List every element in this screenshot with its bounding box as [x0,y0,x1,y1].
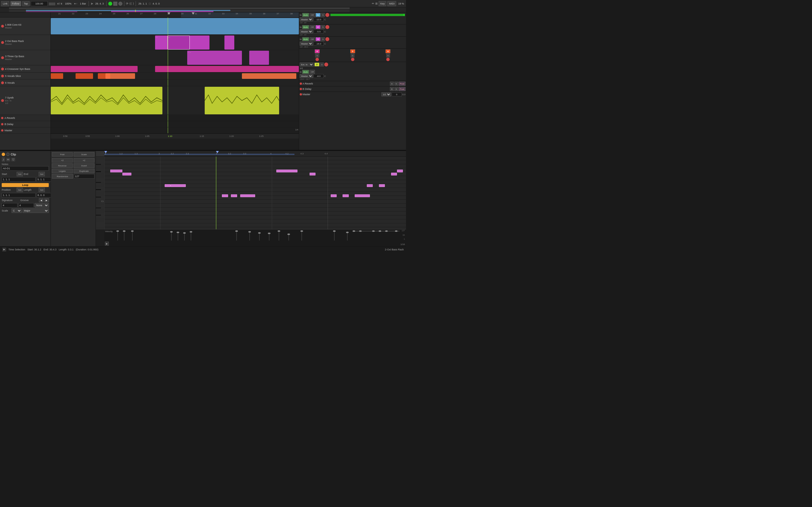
ruler[interactable]: 21 22 23 24 25 26 27 28 29 30 31 32 33 3… [51,12,299,17]
mixer-s-6[interactable]: S [386,54,390,57]
start-input[interactable] [2,177,36,182]
stop-button[interactable] [113,2,117,6]
groove-select[interactable]: None [35,203,49,208]
track-header-4[interactable]: 4 Crossover Syn Bass [0,65,50,73]
mixer-s-1[interactable]: S [321,13,325,17]
play-button[interactable] [108,2,112,6]
invert-button[interactable]: Invert [73,163,94,168]
randomize-button[interactable]: Randomize [52,174,73,179]
note-2[interactable] [110,170,122,172]
legato-button[interactable]: Legato [52,169,73,173]
clip-5-d[interactable] [105,73,135,79]
track-header-6[interactable]: 6 Vocals [0,79,50,86]
clip-5-b[interactable] [75,73,93,79]
note-4[interactable] [165,184,170,187]
mixer-auto-3[interactable]: Auto [302,37,309,41]
mixer-off-2[interactable]: Off [310,25,315,29]
mixer-mute-4[interactable] [315,58,319,61]
notes-range-input[interactable] [2,166,49,171]
pos-set-btn[interactable]: Set [17,187,23,192]
mixer-mute-6[interactable] [386,58,390,61]
clip-5-e[interactable] [242,73,297,79]
tap-button[interactable]: Tap [22,1,30,6]
mixer-fader-1[interactable] [313,17,324,21]
velocity-canvas[interactable]: 127 64 1 [113,230,406,240]
note-10[interactable] [310,173,315,175]
clip-color-2[interactable] [6,153,10,156]
clip-2-selected[interactable]: - - [167,36,190,50]
mixer-send-b-btn[interactable]: B [390,87,394,91]
track-header-3[interactable]: 3 Three Op Bass Master [0,50,50,65]
clip-7-b[interactable] [205,87,279,114]
track-header-7[interactable]: 7 Synth Ext. In 1/2 [0,86,50,115]
end-set-btn[interactable]: Set [39,172,45,176]
mixer-routing-7[interactable]: Master [300,74,313,78]
midi-button[interactable]: MIDI [388,1,396,6]
note-15[interactable] [379,184,385,187]
triangle-icon[interactable]: ▽ [11,158,15,161]
note-11[interactable] [331,194,337,197]
mixer-input-7[interactable]: Ext. In [300,62,314,66]
mixer-s-reverb[interactable]: S [395,82,398,86]
track-header-1[interactable]: 1 808 Core Kit Master [0,17,50,35]
mixer-fader-3[interactable] [313,42,324,46]
sig-den-input[interactable] [18,203,34,208]
mixer-s-delay[interactable]: S [395,87,398,91]
position-input[interactable] [2,193,36,198]
scale-root-select[interactable]: C [11,209,22,213]
mixer-auto-7[interactable]: Auto [302,70,309,74]
mixer-post-delay[interactable]: Post [399,87,405,91]
mixer-fader-2[interactable] [313,30,324,34]
loop-button[interactable]: Loop [2,183,49,187]
mixer-routing-3[interactable]: Master [300,42,313,46]
mixer-routing-1[interactable]: Master [300,17,313,21]
mul2-button[interactable]: ×2 [73,158,94,163]
mixer-master-routing[interactable]: 1/2 [382,93,391,96]
roll-play-btn[interactable]: ▶ [105,242,109,245]
note-3[interactable] [122,173,132,175]
mixer-s-7[interactable]: S [320,62,324,66]
note-7[interactable] [231,194,237,197]
groove-next-btn[interactable]: ▶ [44,198,49,202]
duplicate-button[interactable]: Duplicate [73,169,94,173]
start-set-btn[interactable]: Set [17,172,23,176]
scale-type-select[interactable]: Major [22,209,49,213]
mixer-auto-1[interactable]: Auto [302,13,309,17]
track-header-2[interactable]: 2 Oxi Bass Rack Master [0,35,50,50]
clip-4-b[interactable] [155,66,299,72]
note-13[interactable] [355,194,370,197]
note-12[interactable] [343,194,349,197]
reverse-button[interactable]: Reverse [52,163,73,168]
note-5[interactable] [170,184,186,187]
track-header-master[interactable]: Master [0,127,50,133]
mixer-mute-3[interactable] [325,37,329,41]
mixer-mute-1[interactable] [325,13,329,17]
clip-color-indicator[interactable] [2,153,5,156]
scroll-overview[interactable] [0,7,406,12]
track-header-delay[interactable]: B Delay [0,121,50,127]
div2-button[interactable]: +2 [52,158,73,163]
mixer-routing-2[interactable]: Master [300,30,313,34]
mixer-off-1[interactable]: Off [310,13,315,17]
mixer-mute-5[interactable] [351,58,354,61]
link-button[interactable]: Link [1,1,9,6]
mixer-fader-7[interactable] [313,74,324,78]
mixer-off-3[interactable]: Off [310,37,315,41]
clip-5-a[interactable] [51,73,63,79]
clip-2-b[interactable] [224,36,234,50]
key-button[interactable]: Key [378,1,387,6]
mixer-mute-2[interactable] [325,25,329,29]
track-header-reverb[interactable]: A Reverb [0,115,50,121]
clip-7-a[interactable] [51,87,162,114]
randomize-val-input[interactable] [74,174,94,179]
mixer-master-fader[interactable] [392,93,402,96]
mixer-post-reverb[interactable]: Post [399,82,405,86]
len-set-btn[interactable]: Set [39,187,45,192]
note-9[interactable] [276,170,297,172]
mixer-s-3[interactable]: S [321,37,325,41]
clip-1-main[interactable] [51,18,299,34]
note-14[interactable] [367,184,373,187]
mixer-send-a-btn[interactable]: A [390,82,394,86]
piano-roll[interactable]: 1 1.2 1.3 2 2.2 2.3 3 3.2 3.3 4 4.2 4.3 … [96,151,406,246]
clip-3-b[interactable] [249,51,269,65]
